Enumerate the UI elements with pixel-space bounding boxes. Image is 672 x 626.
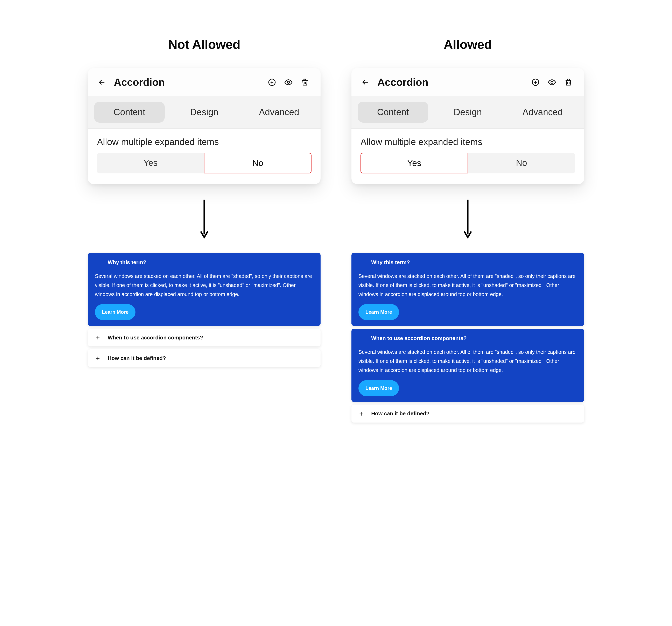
accordion-header[interactable]: + How can it be defined? [352, 405, 584, 423]
panel-title: Accordion [114, 76, 261, 88]
option-no-button[interactable]: No [468, 153, 575, 173]
svg-point-3 [551, 81, 553, 83]
tab-content[interactable]: Content [94, 102, 165, 123]
accordion-text: Several windows are stacked on each othe… [358, 348, 577, 375]
settings-panel: Accordion Content Design Advanced Allow … [352, 68, 584, 184]
accordion-title: How can it be defined? [371, 410, 430, 417]
minus-icon: — [358, 258, 364, 267]
accordion-title: How can it be defined? [108, 355, 166, 361]
column-allowed: Allowed Accordion Content Design [352, 37, 584, 423]
back-arrow-icon[interactable] [360, 77, 371, 88]
eye-icon[interactable] [546, 77, 558, 88]
arrow-down-icon [88, 199, 320, 241]
eye-icon[interactable] [283, 77, 294, 88]
minus-icon: — [95, 258, 101, 267]
trash-icon[interactable] [563, 77, 574, 88]
column-heading-allowed: Allowed [352, 37, 584, 52]
accordion-title: When to use accordion components? [108, 334, 203, 341]
tabs-row: Content Design Advanced [352, 96, 584, 129]
option-label: Allow multiple expanded items [360, 137, 575, 147]
minus-icon: — [358, 334, 364, 342]
settings-panel: Accordion Content Design Advanced Allow … [88, 68, 320, 184]
plus-icon: + [95, 355, 101, 362]
option-label: Allow multiple expanded items [97, 137, 312, 147]
accordion-body: Several windows are stacked on each othe… [352, 348, 584, 402]
option-no-button[interactable]: No [204, 153, 312, 173]
plus-icon: + [95, 334, 101, 341]
accordion-header[interactable]: — When to use accordion components? [352, 329, 584, 348]
tab-design[interactable]: Design [432, 102, 503, 123]
accordion-item: — Why this term? Several windows are sta… [352, 253, 584, 326]
option-yes-button[interactable]: Yes [360, 153, 468, 173]
tab-advanced[interactable]: Advanced [507, 102, 578, 123]
accordion-item: + How can it be defined? [352, 405, 584, 423]
accordion-title: Why this term? [371, 259, 410, 266]
accordion-text: Several windows are stacked on each othe… [358, 272, 577, 299]
panel-title: Accordion [377, 76, 525, 88]
accordion-item: — When to use accordion components? Seve… [352, 329, 584, 402]
svg-point-1 [287, 81, 290, 83]
accordion-text: Several windows are stacked on each othe… [95, 272, 314, 299]
arrow-down-icon [352, 199, 584, 241]
accordion-preview: — Why this term? Several windows are sta… [88, 253, 320, 367]
tab-content[interactable]: Content [358, 102, 428, 123]
accordion-title: Why this term? [108, 259, 146, 266]
accordion-header[interactable]: — Why this term? [352, 253, 584, 272]
accordion-header[interactable]: — Why this term? [88, 253, 320, 272]
column-heading-not-allowed: Not Allowed [88, 37, 320, 52]
accordion-header[interactable]: + When to use accordion components? [88, 329, 320, 346]
back-arrow-icon[interactable] [96, 77, 108, 88]
tabs-row: Content Design Advanced [88, 96, 320, 129]
learn-more-button[interactable]: Learn More [95, 304, 136, 320]
accordion-preview: — Why this term? Several windows are sta… [352, 253, 584, 423]
learn-more-button[interactable]: Learn More [358, 304, 399, 320]
add-icon[interactable] [530, 77, 541, 88]
column-not-allowed: Not Allowed Accordion Content De [88, 37, 320, 367]
learn-more-button[interactable]: Learn More [358, 380, 399, 396]
accordion-item: — Why this term? Several windows are sta… [88, 253, 320, 326]
add-icon[interactable] [266, 77, 278, 88]
option-yes-button[interactable]: Yes [97, 153, 204, 173]
tab-advanced[interactable]: Advanced [244, 102, 314, 123]
plus-icon: + [358, 410, 364, 417]
accordion-title: When to use accordion components? [371, 335, 467, 342]
accordion-body: Several windows are stacked on each othe… [352, 272, 584, 326]
accordion-header[interactable]: + How can it be defined? [88, 349, 320, 367]
trash-icon[interactable] [299, 77, 311, 88]
tab-design[interactable]: Design [169, 102, 239, 123]
accordion-body: Several windows are stacked on each othe… [88, 272, 320, 326]
accordion-item: + When to use accordion components? [88, 329, 320, 346]
accordion-item: + How can it be defined? [88, 349, 320, 367]
